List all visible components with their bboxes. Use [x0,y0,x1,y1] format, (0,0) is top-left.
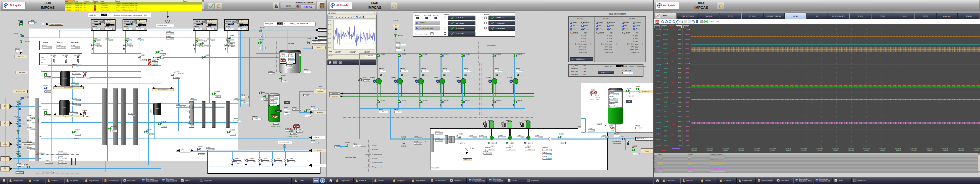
svg-text:M: M [510,80,512,82]
svg-text:M: M [489,80,491,82]
svg-text:M: M [374,80,375,82]
svg-text:A: A [167,20,168,22]
svg-text:M: M [437,80,439,82]
svg-text:M: M [395,80,396,82]
svg-text:M: M [416,80,417,82]
svg-text:A: A [284,146,285,147]
svg-text:M: M [458,80,460,82]
